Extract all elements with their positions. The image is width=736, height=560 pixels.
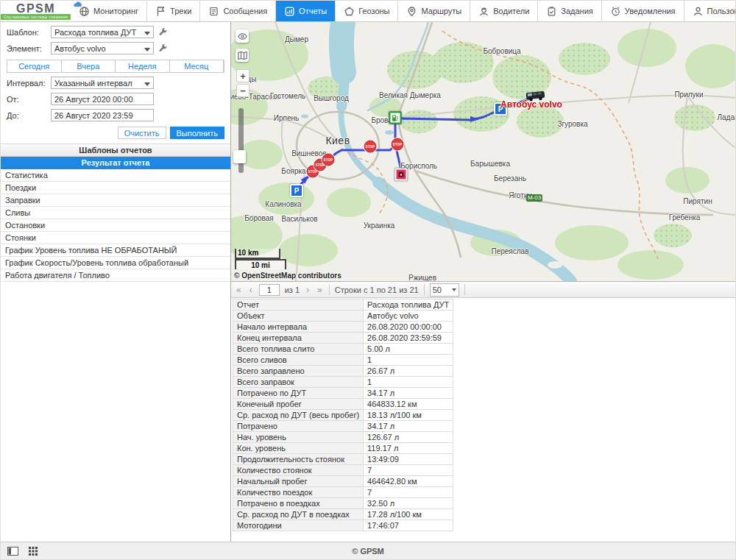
- quick-range-buttons: СегодняВчераНеделяМесяц: [7, 60, 224, 73]
- toggle-sidebar-button[interactable]: [5, 545, 20, 557]
- task-icon: [546, 6, 557, 17]
- nav-tab[interactable]: Водители: [470, 1, 538, 21]
- report-row: Потрачено 34.17 л: [233, 421, 453, 432]
- template-row: Шаблон: Расхода топлива ДУТ: [7, 26, 224, 38]
- sidebar-section-item[interactable]: Заправки: [1, 194, 230, 207]
- prev-page-button[interactable]: ‹: [248, 285, 254, 295]
- nav-tab[interactable]: Задания: [538, 1, 601, 21]
- copyright-label: © GPSM: [1, 547, 735, 556]
- vehicle-label: Автобус volvo: [500, 99, 562, 110]
- page-size-select[interactable]: 50: [430, 283, 459, 297]
- nav-tab[interactable]: Сообщения: [200, 1, 276, 21]
- report-row: Мотогодини 17:46:07: [233, 520, 453, 531]
- road-badge: М-03: [526, 194, 542, 202]
- sidebar-section-item[interactable]: Стоянки: [1, 232, 230, 244]
- map-layers-button[interactable]: [236, 49, 249, 62]
- form-actions: Очистить Выполнить: [7, 127, 224, 139]
- report-summary-table: Отчет Расхода топлива ДУТ Объект Автобус…: [233, 299, 453, 531]
- stop-marker[interactable]: STOP: [392, 138, 404, 151]
- from-row: От:: [7, 93, 224, 105]
- range-button[interactable]: Вчера: [62, 60, 116, 72]
- report-row: Ср. расход по ДУТ (весь пробег) 18.13 л/…: [233, 410, 453, 421]
- map-view[interactable]: ДымерцыБобровицадиево-ТарасовоГостомельВ…: [231, 22, 735, 282]
- bottom-toolbar: © GPSM: [1, 542, 735, 559]
- map-slider-handle[interactable]: [233, 150, 246, 163]
- clear-button[interactable]: Очистить: [118, 127, 166, 139]
- to-row: До:: [7, 109, 224, 121]
- to-date-input[interactable]: [51, 109, 154, 121]
- range-button[interactable]: Сегодня: [7, 60, 62, 72]
- report-result-area: Отчет Расхода топлива ДУТ Объект Автобус…: [231, 298, 735, 531]
- stop-marker[interactable]: STOP: [364, 141, 377, 153]
- parking-marker[interactable]: P: [290, 184, 303, 197]
- report-section-list: Шаблоны отчетов Результат отчета Статист…: [1, 143, 230, 282]
- report-row: Количество стоянок 7: [233, 465, 453, 476]
- sidebar-section-item[interactable]: Остановки: [1, 219, 230, 232]
- chevron-down-icon: [144, 48, 150, 52]
- page-number-input[interactable]: [259, 284, 280, 296]
- element-label: Элемент:: [7, 44, 51, 53]
- interval-select[interactable]: Указанный интервал: [51, 77, 154, 89]
- sidebar-section-item[interactable]: Статистика: [1, 169, 230, 182]
- nav-tab[interactable]: Треки: [147, 1, 200, 21]
- nav-tab[interactable]: Пользователи: [684, 1, 736, 21]
- template-wrench-icon[interactable]: [158, 27, 168, 37]
- logo-subtitle: Спутниковые системы слежения: [1, 14, 71, 20]
- range-button[interactable]: Месяц: [170, 60, 224, 72]
- main-panel: ДымерцыБобровицадиево-ТарасовоГостомельВ…: [231, 22, 735, 544]
- next-page-button[interactable]: ›: [305, 285, 311, 295]
- sidebar-section-item[interactable]: График Уровень топлива НЕ ОБРАБОТАНЫЙ: [1, 244, 230, 257]
- report-row: Потрачено в поездках 32.50 л: [233, 498, 453, 509]
- report-sidebar: Шаблон: Расхода топлива ДУТ Элемент: Авт…: [1, 22, 231, 544]
- report-row: Начало интервала 26.08.2020 00:00:00: [233, 322, 453, 333]
- first-page-button[interactable]: «: [235, 285, 243, 295]
- grid-view-button[interactable]: [26, 545, 40, 557]
- gpsm-logo[interactable]: GPSM Спутниковые системы слежения: [1, 1, 71, 21]
- interval-row: Интервал: Указанный интервал: [7, 77, 224, 89]
- rows-info-label: Строки с 1 по 21 из 21: [335, 286, 419, 294]
- gpsm-app: GPSM Спутниковые системы слежения Монито…: [0, 0, 736, 560]
- main-tabs: Мониторинг Треки Сообщения Отчеты Геозон…: [71, 1, 736, 21]
- sidebar-section-item[interactable]: График Скорость/Уровень топлива обработа…: [1, 257, 230, 269]
- sidebar-section-item[interactable]: Работа двигателя / Топливо: [1, 269, 230, 282]
- sidebar-item-templates[interactable]: Шаблоны отчетов: [1, 144, 230, 157]
- nav-tab[interactable]: Уведомления: [602, 1, 684, 21]
- map-attribution: © OpenStreetMap contributors: [234, 272, 342, 280]
- polygon-icon: [344, 6, 355, 17]
- report-row: Продолжительность стоянок 13:49:09: [233, 454, 453, 465]
- from-date-input[interactable]: [51, 93, 154, 105]
- report-row: Потрачено по ДУТ 34.17 л: [233, 388, 453, 399]
- visibility-eye-button[interactable]: [236, 29, 249, 43]
- flag-icon: [155, 6, 166, 17]
- element-wrench-icon[interactable]: [158, 43, 168, 53]
- vehicle-marker[interactable]: Автобус volvo: [526, 90, 546, 102]
- template-select[interactable]: Расхода топлива ДУТ: [51, 26, 154, 38]
- message-icon: [208, 6, 219, 17]
- element-select[interactable]: Автобус volvo: [51, 42, 154, 54]
- report-row: Количество поездок 7: [233, 487, 453, 498]
- stop-marker[interactable]: STOP: [322, 154, 335, 166]
- zoom-out-button[interactable]: −: [236, 84, 250, 97]
- map-basemap: [231, 22, 735, 281]
- fuel-drain-marker[interactable]: [395, 169, 408, 181]
- report-row: Ср. расход по ДУТ в поездках 17.28 л/100…: [233, 509, 453, 520]
- range-button[interactable]: Неделя: [116, 60, 170, 72]
- zoom-in-button[interactable]: +: [236, 69, 250, 82]
- nav-tab[interactable]: Геозоны: [336, 1, 398, 21]
- sidebar-section-item[interactable]: Сливы: [1, 207, 230, 219]
- nav-tab[interactable]: Маршруты: [398, 1, 470, 21]
- report-row: Конец интервала 26.08.2020 23:59:59: [233, 333, 453, 344]
- fuel-fill-marker[interactable]: [389, 112, 402, 124]
- sidebar-item-result[interactable]: Результат отчета: [1, 157, 230, 169]
- run-button[interactable]: Выполнить: [170, 127, 224, 139]
- interval-label: Интервал:: [7, 79, 51, 88]
- last-page-button[interactable]: »: [316, 285, 324, 295]
- report-row: Всего заправлено 26.67 л: [233, 366, 453, 377]
- sidebar-section-item[interactable]: Поездки: [1, 182, 230, 194]
- report-row: Конечный пробег 464833.12 км: [233, 399, 453, 410]
- nav-tab[interactable]: Отчеты: [276, 1, 336, 21]
- to-label: До:: [7, 111, 51, 120]
- report-row: Отчет Расхода топлива ДУТ: [233, 300, 453, 311]
- content-area: Шаблон: Расхода топлива ДУТ Элемент: Авт…: [1, 22, 735, 544]
- table-pagination-bar: « ‹ из 1 › » Строки с 1 по 21 из 21 50: [231, 282, 735, 298]
